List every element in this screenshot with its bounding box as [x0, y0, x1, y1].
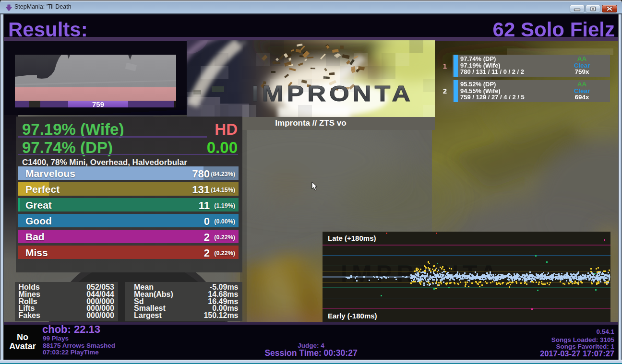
svg-text:IMPRONTA: IMPRONTA: [251, 81, 414, 106]
